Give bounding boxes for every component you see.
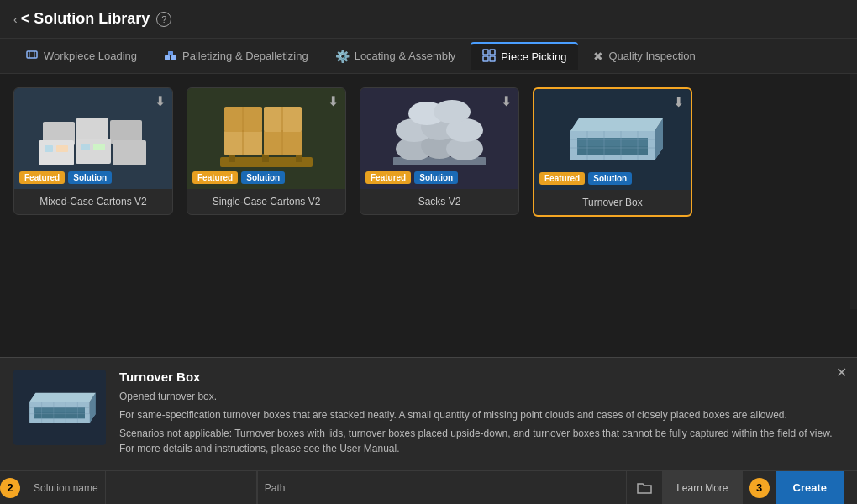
card-mixed-case[interactable]: ⬇ Featured Solution Mix <box>13 87 173 215</box>
svg-rect-17 <box>56 145 68 152</box>
create-button[interactable]: Create <box>776 471 844 504</box>
card-sacks-label: Sacks V2 <box>360 189 518 214</box>
create-badge: 3 <box>749 478 770 498</box>
tab-piece-picking-label: Piece Picking <box>501 50 566 63</box>
card-grid: ⬇ Featured Solution Mix <box>0 74 857 395</box>
card-turnover-box[interactable]: 1 ⬇ <box>533 87 692 217</box>
badge-solution-1: Solution <box>68 171 112 184</box>
card-turnover-box-image: ⬇ <box>534 89 691 190</box>
header: ‹ < Solution Library ? <box>0 0 857 39</box>
scrollbar-track <box>850 74 857 309</box>
download-icon-3[interactable]: ⬇ <box>501 93 512 109</box>
tab-palletizing[interactable]: Palletizing & Depalletizing <box>152 43 320 69</box>
tab-locating[interactable]: ⚙️ Locating & Assembly <box>323 45 468 68</box>
card-single-case[interactable]: ⬇ Featured Solution <box>187 87 346 215</box>
workpiece-icon <box>25 48 39 64</box>
detail-content: Turnover Box Opened turnover box. For sa… <box>0 358 857 470</box>
badge-solution-3: Solution <box>414 171 458 184</box>
card-sacks-image: ⬇ Featured Solution <box>360 88 518 189</box>
card-sacks-badges: Featured Solution <box>365 171 458 184</box>
card-single-case-image: ⬇ Featured Solution <box>187 88 345 189</box>
detail-description1: For same-specification turnover boxes th… <box>119 407 844 423</box>
card-single-case-badges: Featured Solution <box>192 171 285 184</box>
badge-solution-2: Solution <box>241 171 285 184</box>
svg-rect-12 <box>110 120 142 144</box>
tab-palletizing-label: Palletizing & Depalletizing <box>182 50 308 62</box>
detail-panel: Turnover Box Opened turnover box. For sa… <box>0 357 857 504</box>
download-icon-1[interactable]: ⬇ <box>155 93 166 109</box>
card-single-case-label: Single-Case Cartons V2 <box>187 189 345 214</box>
solution-name-label: Solution name <box>27 471 106 504</box>
tab-quality-label: Quality Inspection <box>608 50 695 62</box>
svg-rect-14 <box>76 139 111 164</box>
detail-subtitle: Opened turnover box. <box>119 389 844 404</box>
detail-text-block: Turnover Box Opened turnover box. For sa… <box>119 370 844 464</box>
tab-bar: Workpiece Loading Palletizing & Depallet… <box>0 39 857 74</box>
path-label: Path <box>257 471 293 504</box>
card-turnover-badges: Featured Solution <box>539 172 632 185</box>
learn-more-button[interactable]: Learn More <box>663 471 742 504</box>
tab-piece-picking[interactable]: Piece Picking <box>471 42 578 70</box>
card-mixed-case-label: Mixed-Case Cartons V2 <box>14 189 172 214</box>
detail-footer: 2 Solution name Path Learn More 3 Create <box>0 470 857 504</box>
solution-name-badge: 2 <box>0 478 20 498</box>
piece-picking-icon <box>482 49 496 65</box>
svg-rect-9 <box>490 56 495 61</box>
badge-featured-4: Featured <box>539 172 585 185</box>
path-input[interactable] <box>292 471 627 504</box>
card-mixed-case-badges: Featured Solution <box>19 171 112 184</box>
detail-description2: Scenarios not applicable: Turnover boxes… <box>119 426 844 456</box>
close-button[interactable]: ✕ <box>836 366 847 380</box>
svg-rect-6 <box>483 50 488 55</box>
back-button[interactable]: ‹ < Solution Library <box>13 10 150 28</box>
svg-rect-11 <box>76 118 108 141</box>
svg-rect-7 <box>490 50 495 55</box>
card-mixed-case-image: ⬇ Featured Solution <box>14 88 172 189</box>
quality-icon: ✖ <box>593 50 603 63</box>
svg-rect-15 <box>113 140 146 165</box>
back-arrow-icon: ‹ <box>13 13 18 26</box>
svg-rect-19 <box>93 144 105 150</box>
detail-title: Turnover Box <box>119 370 844 384</box>
svg-rect-4 <box>171 55 176 60</box>
tab-locating-label: Locating & Assembly <box>355 50 456 62</box>
svg-rect-3 <box>165 55 170 60</box>
svg-rect-13 <box>39 140 74 165</box>
svg-marker-47 <box>577 146 648 155</box>
help-button[interactable]: ? <box>156 12 171 27</box>
svg-marker-46 <box>570 118 663 131</box>
svg-marker-60 <box>34 412 85 418</box>
detail-image <box>13 370 106 445</box>
header-title: < Solution Library <box>21 10 150 28</box>
svg-rect-18 <box>81 144 90 150</box>
badge-solution-4: Solution <box>588 172 632 185</box>
palletizing-icon <box>164 48 177 64</box>
badge-featured-3: Featured <box>365 171 411 184</box>
badge-featured-2: Featured <box>192 171 238 184</box>
tab-workpiece[interactable]: Workpiece Loading <box>13 43 149 69</box>
svg-point-40 <box>434 100 471 123</box>
download-icon-4[interactable]: ⬇ <box>673 94 684 110</box>
svg-rect-0 <box>27 51 37 58</box>
card-sacks[interactable]: ⬇ Featured Solution Sacks V2 <box>360 87 519 215</box>
locating-icon: ⚙️ <box>335 50 350 63</box>
folder-icon[interactable] <box>627 471 663 504</box>
tab-workpiece-label: Workpiece Loading <box>44 50 137 62</box>
svg-rect-8 <box>483 56 488 61</box>
svg-rect-5 <box>168 51 173 55</box>
download-icon-2[interactable]: ⬇ <box>328 93 339 109</box>
card-turnover-box-label: Turnover Box <box>534 190 691 215</box>
solution-name-input[interactable] <box>106 471 257 504</box>
svg-rect-16 <box>45 145 53 152</box>
svg-marker-59 <box>29 392 96 402</box>
badge-featured-1: Featured <box>19 171 65 184</box>
tab-quality[interactable]: ✖ Quality Inspection <box>581 45 707 68</box>
